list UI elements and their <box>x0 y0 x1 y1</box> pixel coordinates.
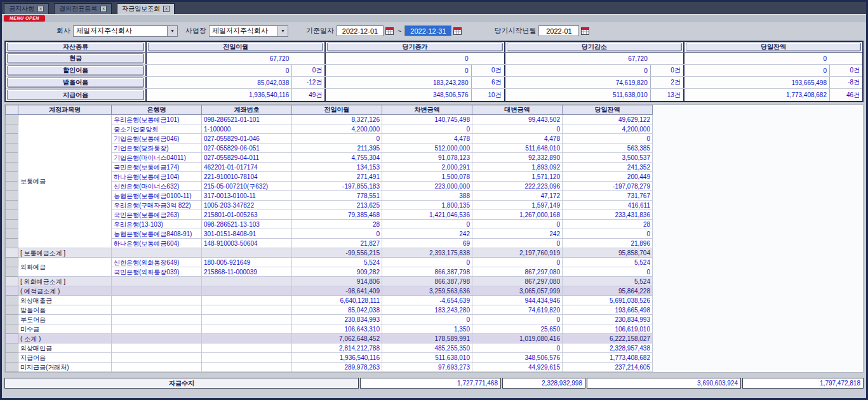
summary-amount-cell[interactable]: 67,720 <box>147 53 291 64</box>
grid-column-header[interactable]: 대변금액 <box>472 105 563 115</box>
summary-count-cell[interactable] <box>291 53 324 64</box>
summary-count-cell[interactable]: 46건 <box>829 89 862 101</box>
grid-column-header[interactable]: 전일이월 <box>292 105 382 115</box>
summary-count-cell[interactable]: 6건 <box>471 77 504 88</box>
table-row[interactable]: 지급어음1,936,540,116511,638,010348,506,5761… <box>6 353 653 363</box>
summary-amount-cell[interactable]: 183,243,280 <box>326 77 471 88</box>
row-selector[interactable] <box>6 258 18 267</box>
row-selector[interactable] <box>6 153 18 163</box>
calendar-icon[interactable] <box>453 26 462 36</box>
summary-count-cell[interactable]: -8건 <box>829 77 862 88</box>
table-row[interactable]: 외상매입금2,814,212,788485,255,35002,328,957,… <box>6 343 653 353</box>
summary-amount-cell[interactable]: 74,619,820 <box>505 77 650 88</box>
close-icon[interactable]: × <box>100 6 107 12</box>
row-selector[interactable] <box>6 220 18 229</box>
row-selector[interactable] <box>6 334 18 343</box>
tab-notice[interactable]: 공지사항 × <box>4 3 49 14</box>
menu-open-button[interactable]: MENU OPEN <box>4 15 45 22</box>
grid-column-header[interactable]: 당일잔액 <box>563 105 653 115</box>
table-row[interactable]: ( 소계 )7,062,648,452178,589,9911,019,080,… <box>6 334 653 343</box>
row-selector[interactable] <box>6 163 18 172</box>
summary-row[interactable]: 할인어음00건00건00건00건 <box>6 65 862 77</box>
table-row[interactable]: 미수금106,643,3101,35025,650106,619,010 <box>6 324 653 334</box>
chevron-down-icon[interactable]: ▼ <box>277 26 288 36</box>
summary-row-label[interactable]: 받을어음 <box>7 77 144 88</box>
grid-column-header[interactable]: 차변금액 <box>382 105 472 115</box>
row-selector[interactable] <box>6 172 18 182</box>
row-selector[interactable] <box>6 210 18 220</box>
close-icon[interactable]: × <box>163 6 170 12</box>
row-selector[interactable] <box>6 248 18 258</box>
period-start-field[interactable]: 2022-01 <box>538 25 579 36</box>
calendar-icon[interactable] <box>385 26 394 36</box>
table-row[interactable]: 보통예금우리은행(보통예금101)098-286521-01-1018,327,… <box>6 115 653 124</box>
summary-count-cell[interactable]: 0건 <box>471 65 504 76</box>
tab-funds-daily-report[interactable]: 자금일보조회 × <box>117 3 175 14</box>
summary-count-cell[interactable] <box>829 53 862 64</box>
company-select[interactable]: 제일저지주식회사 ▼ <box>73 25 178 37</box>
tab-slip-register[interactable]: 결의전표등록 × <box>54 3 112 14</box>
summary-amount-cell[interactable]: 67,720 <box>505 53 650 64</box>
table-row[interactable]: 부도어음230,834,99300230,834,993 <box>6 315 653 324</box>
summary-amount-cell[interactable]: 0 <box>505 65 650 76</box>
summary-amount-cell[interactable]: 0 <box>147 65 291 76</box>
summary-count-cell[interactable]: 2건 <box>650 77 683 88</box>
row-selector[interactable] <box>6 324 18 334</box>
summary-count-cell[interactable]: 0건 <box>829 65 862 76</box>
summary-amount-cell[interactable]: 0 <box>326 65 471 76</box>
row-selector[interactable] <box>6 239 18 248</box>
row-selector[interactable] <box>6 286 18 296</box>
table-row[interactable]: 외상매출금6,640,128,111-4,654,639944,434,9465… <box>6 296 653 305</box>
summary-row-label[interactable]: 할인어음 <box>7 65 144 76</box>
row-selector[interactable] <box>6 124 18 134</box>
row-selector[interactable] <box>6 191 18 201</box>
summary-row-label[interactable]: 현금 <box>7 53 144 63</box>
summary-amount-cell[interactable]: 511,638,010 <box>505 89 650 101</box>
row-selector[interactable] <box>6 201 18 210</box>
table-row[interactable]: [ 보통예금소계 ]-99,556,2152,393,175,8382,197,… <box>6 248 653 258</box>
row-selector[interactable] <box>6 343 18 353</box>
summary-count-cell[interactable]: 0건 <box>650 65 683 76</box>
close-icon[interactable]: × <box>37 6 44 12</box>
summary-count-cell[interactable] <box>471 53 504 64</box>
summary-count-cell[interactable]: -12건 <box>291 77 324 88</box>
summary-count-cell[interactable] <box>650 53 683 64</box>
table-row[interactable]: 외화예금신한은행(외화통장649)180-005-9216495,524005,… <box>6 258 653 267</box>
summary-row[interactable]: 지급어음1,936,540,11649건348,506,57610건511,63… <box>6 89 862 101</box>
table-row[interactable]: [ 외화예금소계 ]914,806866,387,798867,297,0805… <box>6 277 653 286</box>
grid-column-header[interactable]: 계정과목명 <box>18 105 112 115</box>
summary-amount-cell[interactable]: 348,506,576 <box>326 89 471 101</box>
summary-count-cell[interactable]: 49건 <box>291 89 324 101</box>
row-selector[interactable] <box>6 229 18 239</box>
summary-amount-cell[interactable]: 1,773,408,682 <box>684 89 829 101</box>
summary-amount-cell[interactable]: 1,936,540,116 <box>147 89 291 101</box>
grid-column-header[interactable]: 계좌번호 <box>202 105 292 115</box>
row-selector[interactable] <box>6 305 18 315</box>
row-selector[interactable] <box>6 267 18 277</box>
summary-amount-cell[interactable]: 0 <box>684 65 829 76</box>
row-selector[interactable] <box>6 296 18 305</box>
table-row[interactable]: 미지급금(거래처)289,978,26397,693,27344,929,615… <box>6 363 653 372</box>
date-from-field[interactable]: 2022-12-01 <box>337 25 384 36</box>
summary-amount-cell[interactable]: 85,042,038 <box>147 77 291 88</box>
summary-amount-cell[interactable]: 0 <box>326 53 471 64</box>
row-selector[interactable] <box>6 143 18 153</box>
row-selector[interactable] <box>6 353 18 363</box>
chevron-down-icon[interactable]: ▼ <box>167 26 177 36</box>
summary-row-label[interactable]: 지급어음 <box>7 90 144 100</box>
table-row[interactable]: ( 예적금소계 )-98,641,4093,259,563,6363,065,0… <box>6 286 653 296</box>
workplace-select[interactable]: 제일저지주식회사 ▼ <box>209 25 288 37</box>
grid-column-header[interactable]: 은행명 <box>112 105 202 115</box>
summary-count-cell[interactable]: 0건 <box>291 65 324 76</box>
summary-count-cell[interactable]: 13건 <box>650 89 683 101</box>
table-row[interactable]: 받을어음85,042,038183,243,28074,619,820193,6… <box>6 305 653 315</box>
row-selector[interactable] <box>6 277 18 286</box>
summary-row[interactable]: 현금67,720067,7200 <box>6 53 862 65</box>
row-selector[interactable] <box>6 363 18 372</box>
row-selector[interactable] <box>6 182 18 191</box>
summary-amount-cell[interactable]: 193,665,498 <box>684 77 829 88</box>
summary-count-cell[interactable]: 10건 <box>471 89 504 101</box>
row-selector[interactable] <box>6 115 18 124</box>
row-selector[interactable] <box>6 315 18 324</box>
date-to-field[interactable]: 2022-12-31 <box>404 25 451 36</box>
